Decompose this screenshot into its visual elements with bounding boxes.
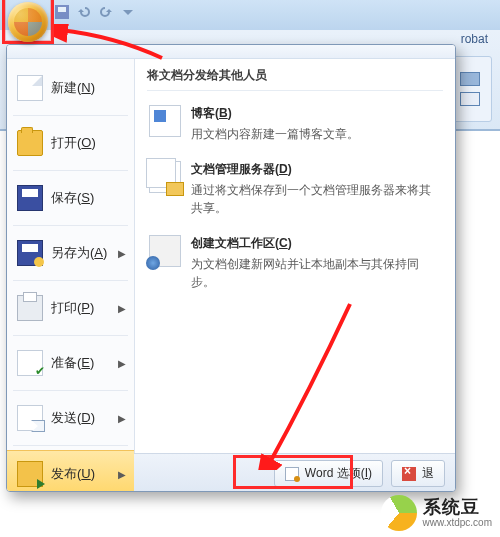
right-pane-heading: 将文档分发给其他人员 (147, 67, 443, 91)
option-desc: 通过将文档保存到一个文档管理服务器来将其共享。 (191, 181, 441, 217)
chevron-right-icon: ▶ (118, 358, 126, 369)
separator (13, 335, 128, 336)
menu-item-label: 准备(E) (51, 354, 110, 372)
blog-icon (149, 105, 181, 137)
watermark-url: www.xtdpc.com (423, 517, 492, 528)
new-icon (17, 75, 43, 101)
chevron-right-icon: ▶ (118, 469, 126, 480)
menu-item-new[interactable]: 新建(N) (7, 65, 134, 111)
publish-option-dms[interactable]: 文档管理服务器(D) 通过将文档保存到一个文档管理服务器来将其共享。 (147, 155, 443, 229)
print-icon (17, 295, 43, 321)
option-title: 创建文档工作区(C) (191, 235, 441, 252)
menu-item-publish[interactable]: 发布(U)▶ (7, 450, 134, 492)
separator (13, 445, 128, 446)
qat-redo-icon[interactable] (98, 4, 114, 20)
svg-rect-1 (58, 7, 66, 12)
menu-item-label: 新建(N) (51, 79, 126, 97)
option-desc: 为文档创建新网站并让本地副本与其保持同步。 (191, 255, 441, 291)
ribbon-tab-acrobat[interactable]: robat (461, 32, 488, 46)
send-icon (17, 405, 43, 431)
menu-item-save[interactable]: 保存(S) (7, 175, 134, 221)
word-options-button[interactable]: Word 选项(I) (274, 460, 383, 487)
save-icon (17, 185, 43, 211)
option-desc: 用文档内容新建一篇博客文章。 (191, 125, 359, 143)
open-icon (17, 130, 43, 156)
option-title: 文档管理服务器(D) (191, 161, 441, 178)
publish-icon (17, 461, 43, 487)
watermark-name: 系统豆 (423, 498, 492, 518)
menu-item-label: 另存为(A) (51, 244, 110, 262)
button-label: 退 (422, 465, 434, 482)
menu-item-label: 打印(P) (51, 299, 110, 317)
option-title: 博客(B) (191, 105, 359, 122)
chevron-right-icon: ▶ (118, 248, 126, 259)
publish-option-blog[interactable]: 博客(B) 用文档内容新建一篇博客文章。 (147, 99, 443, 155)
separator (13, 170, 128, 171)
menu-item-label: 发送(D) (51, 409, 110, 427)
menu-header-strip (7, 45, 455, 59)
button-label: Word 选项(I) (305, 465, 372, 482)
menu-right-pane: 将文档分发给其他人员 博客(B) 用文档内容新建一篇博客文章。 文档管理服务器(… (135, 59, 455, 453)
publish-option-workspace[interactable]: 创建文档工作区(C) 为文档创建新网站并让本地副本与其保持同步。 (147, 229, 443, 303)
watermark: 系统豆 www.xtdpc.com (381, 495, 492, 531)
separator (13, 115, 128, 116)
qat-customize-icon[interactable] (120, 4, 136, 20)
exit-icon (402, 467, 416, 481)
qat-undo-icon[interactable] (76, 4, 92, 20)
workspace-icon (149, 235, 181, 267)
save-as-icon (17, 240, 43, 266)
menu-item-print[interactable]: 打印(P)▶ (7, 285, 134, 331)
exit-word-button[interactable]: 退 (391, 460, 445, 487)
prepare-icon (17, 350, 43, 376)
quick-access-toolbar (48, 0, 142, 24)
menu-item-label: 打开(O) (51, 134, 126, 152)
watermark-logo-icon (381, 495, 417, 531)
chevron-right-icon: ▶ (118, 413, 126, 424)
office-menu: 新建(N) 打开(O) 保存(S) 另存为(A)▶ 打印(P)▶ 准备(E)▶ … (6, 44, 456, 492)
chevron-right-icon: ▶ (118, 303, 126, 314)
separator (13, 280, 128, 281)
office-button[interactable] (8, 2, 48, 42)
ribbon-cmd-icon[interactable] (460, 72, 480, 86)
separator (13, 225, 128, 226)
menu-item-send[interactable]: 发送(D)▶ (7, 395, 134, 441)
ribbon-cmd-icon[interactable] (460, 92, 480, 106)
menu-item-prepare[interactable]: 准备(E)▶ (7, 340, 134, 386)
dms-icon (149, 161, 181, 193)
qat-save-icon[interactable] (54, 4, 70, 20)
separator (13, 390, 128, 391)
menu-left-pane: 新建(N) 打开(O) 保存(S) 另存为(A)▶ 打印(P)▶ 准备(E)▶ … (7, 59, 135, 453)
options-icon (285, 467, 299, 481)
menu-item-save-as[interactable]: 另存为(A)▶ (7, 230, 134, 276)
menu-item-open[interactable]: 打开(O) (7, 120, 134, 166)
menu-item-label: 发布(U) (51, 465, 110, 483)
menu-item-label: 保存(S) (51, 189, 126, 207)
